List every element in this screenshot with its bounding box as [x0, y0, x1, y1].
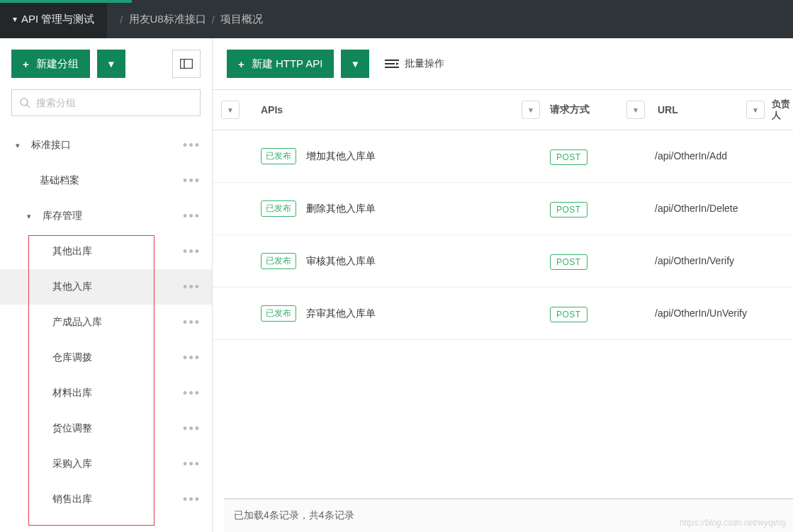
svg-line-3 [27, 105, 30, 108]
api-url: /api/OtherIn/Delete [655, 201, 772, 216]
batch-button[interactable]: 批量操作 [376, 50, 453, 78]
tree-item-inventory[interactable]: ▾ 库存管理 ••• [0, 198, 212, 234]
filter-button[interactable]: ▼ [746, 101, 765, 119]
filter-button[interactable]: ▼ [626, 101, 645, 119]
breadcrumb: / 用友U8标准接口 / 项目概况 [114, 13, 263, 26]
new-group-label: 新建分组 [36, 57, 79, 71]
status-badge: 已发布 [261, 253, 296, 269]
plus-icon: + [23, 58, 29, 70]
tree-item-child[interactable]: 材料出库 ••• [0, 375, 212, 411]
status-badge: 已发布 [261, 305, 296, 322]
tree-item-child[interactable]: 销售出库 ••• [0, 482, 212, 517]
more-icon[interactable]: ••• [183, 386, 201, 401]
api-name: 增加其他入库单 [306, 150, 376, 163]
tree-item-label: 采购入库 [52, 458, 183, 470]
status-text: 已加载4条记录，共4条记录 [234, 509, 354, 522]
tree-item-basic[interactable]: 基础档案 ••• [0, 163, 212, 198]
more-icon[interactable]: ••• [183, 457, 201, 472]
col-resp-label: 负责人 [772, 98, 793, 120]
sidebar-tree: ▾ 标准接口 ••• 基础档案 ••• ▾ 库存管理 ••• 其他出库 ••• … [0, 128, 212, 532]
tree-item-label: 货位调整 [52, 422, 183, 435]
main-panel: + 新建 HTTP API ▼ 批量操作 ▼ APIs ▼ 请求方式 ▼ [213, 38, 793, 532]
tree-item-label: 库存管理 [43, 210, 183, 222]
search-groups-box[interactable] [11, 89, 201, 116]
chevron-down-icon: ▾ [27, 212, 37, 221]
api-name: 删除其他入库单 [306, 203, 376, 215]
tree-item-label: 标准接口 [31, 139, 183, 152]
new-api-label: 新建 HTTP API [252, 57, 323, 71]
more-icon[interactable]: ••• [183, 280, 201, 295]
tree-item-label: 其他入库 [52, 281, 183, 293]
tree-item-child[interactable]: 其他出库 ••• [0, 234, 212, 269]
caret-down-icon: ▼ [351, 59, 360, 69]
tree-item-child[interactable]: 产成品入库 ••• [0, 305, 212, 340]
more-icon[interactable]: ••• [183, 315, 201, 330]
more-icon[interactable]: ••• [183, 351, 201, 366]
table-row[interactable]: 已发布 删除其他入库单 POST /api/OtherIn/Delete [213, 183, 793, 235]
method-badge: POST [550, 254, 587, 270]
tree-item-label: 基础档案 [40, 174, 183, 187]
sidebar: + 新建分组 ▼ ▾ 标准接口 ••• [0, 38, 213, 532]
api-url: /api/OtherIn/UnVerify [655, 306, 772, 321]
new-api-button[interactable]: + 新建 HTTP API [227, 50, 334, 78]
api-name: 弃审其他入库单 [306, 307, 376, 320]
new-group-dropdown[interactable]: ▼ [97, 50, 125, 78]
search-input[interactable] [36, 97, 193, 108]
filter-button[interactable]: ▼ [522, 101, 540, 119]
col-url-label: URL [658, 104, 678, 115]
more-icon[interactable]: ••• [183, 244, 201, 259]
breadcrumb-sep: / [120, 13, 123, 26]
new-api-dropdown[interactable]: ▼ [341, 50, 369, 78]
list-icon [385, 59, 399, 69]
topbar-dropdown[interactable]: ▾ API 管理与测试 [0, 0, 107, 38]
more-icon[interactable]: ••• [183, 492, 201, 507]
tree-item-child[interactable]: 其他入库 ••• [0, 269, 212, 305]
chevron-down-icon: ▾ [16, 141, 26, 150]
method-badge: POST [550, 202, 587, 217]
more-icon[interactable]: ••• [183, 138, 201, 153]
topbar: ▾ API 管理与测试 / 用友U8标准接口 / 项目概况 [0, 0, 793, 38]
caret-down-icon: ▼ [106, 59, 116, 69]
table-row[interactable]: 已发布 审核其他入库单 POST /api/OtherIn/Verify [213, 235, 793, 288]
tree-item-label: 销售出库 [52, 493, 183, 506]
watermark: https://blog.csdn.net/wyqihsj [680, 518, 786, 528]
new-group-button[interactable]: + 新建分组 [11, 50, 90, 78]
plus-icon: + [238, 58, 244, 70]
api-url: /api/OtherIn/Add [655, 149, 772, 164]
batch-label: 批量操作 [405, 57, 444, 70]
filter-button[interactable]: ▼ [221, 101, 240, 119]
table-header: ▼ APIs ▼ 请求方式 ▼ URL ▼ 负责人 [213, 89, 793, 130]
layout-toggle-button[interactable] [172, 50, 201, 78]
tree-item-label: 产成品入库 [52, 316, 183, 329]
col-api-label: APIs [261, 104, 283, 115]
table-row[interactable]: 已发布 弃审其他入库单 POST /api/OtherIn/UnVerify [213, 288, 793, 340]
tree-item-child[interactable]: 采购入库 ••• [0, 446, 212, 482]
more-icon[interactable]: ••• [183, 174, 201, 188]
breadcrumb-item[interactable]: 项目概况 [220, 13, 263, 26]
status-badge: 已发布 [261, 148, 296, 164]
tree-item-child[interactable]: 货位调整 ••• [0, 411, 212, 446]
svg-point-2 [21, 98, 28, 106]
status-badge: 已发布 [261, 200, 296, 217]
breadcrumb-sep: / [212, 13, 215, 26]
method-badge: POST [550, 149, 587, 165]
method-badge: POST [550, 307, 587, 322]
more-icon[interactable]: ••• [183, 209, 201, 224]
tree-item-standard[interactable]: ▾ 标准接口 ••• [0, 128, 212, 163]
api-url: /api/OtherIn/Verify [655, 254, 772, 268]
tree-item-label: 其他出库 [52, 245, 183, 258]
tree-item-child[interactable]: 仓库调拨 ••• [0, 340, 212, 375]
tree-item-label: 仓库调拨 [52, 351, 183, 364]
chevron-down-icon: ▾ [13, 14, 17, 24]
more-icon[interactable]: ••• [183, 421, 201, 436]
breadcrumb-item[interactable]: 用友U8标准接口 [129, 13, 206, 26]
svg-marker-7 [396, 62, 399, 65]
layout-icon [180, 59, 193, 69]
search-icon [19, 97, 30, 108]
tree-item-label: 材料出库 [52, 387, 183, 400]
api-name: 审核其他入库单 [306, 255, 376, 268]
col-method-label: 请求方式 [550, 103, 590, 116]
topbar-title: API 管理与测试 [21, 13, 94, 26]
table-row[interactable]: 已发布 增加其他入库单 POST /api/OtherIn/Add [213, 130, 793, 183]
svg-rect-0 [181, 60, 193, 69]
